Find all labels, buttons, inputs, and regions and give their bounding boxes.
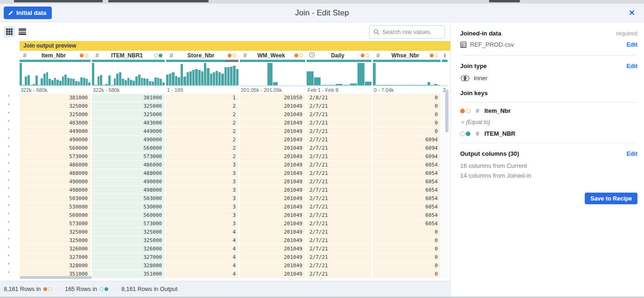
histogram-bar[interactable] (189, 71, 192, 85)
table-cell[interactable]: 503000 (20, 194, 91, 203)
table-cell[interactable]: 325000 (20, 111, 91, 119)
table-cell[interactable]: 325000 (20, 236, 91, 245)
table-cell[interactable]: 3 (166, 169, 238, 178)
table-cell[interactable]: 503000 (92, 194, 165, 203)
histogram-bar[interactable] (35, 76, 38, 85)
histogram-bar[interactable] (230, 67, 232, 85)
histogram-bar[interactable] (56, 80, 59, 85)
histogram-bar[interactable] (393, 85, 396, 85)
histogram-bar[interactable] (98, 76, 100, 85)
table-cell[interactable]: 6054 (373, 186, 441, 194)
table-cell[interactable]: 0 (373, 94, 441, 102)
histogram-bar[interactable] (414, 85, 417, 85)
table-cell[interactable]: 2/7/21 (307, 186, 371, 194)
histogram-bar[interactable] (224, 67, 227, 85)
histogram-bar[interactable] (438, 85, 441, 85)
table-cell[interactable]: 201049 (240, 178, 305, 186)
table-cell[interactable]: 486000 (92, 161, 165, 169)
histogram-bar[interactable] (49, 79, 51, 85)
table-cell[interactable]: 490000 (92, 178, 165, 186)
table-cell[interactable]: 201049 (240, 194, 305, 203)
table-cell[interactable] (442, 203, 448, 211)
table-cell[interactable]: 326000 (92, 245, 165, 253)
table-cell[interactable]: 560000 (92, 144, 165, 152)
table-cell[interactable]: 2 (166, 102, 238, 111)
table-cell[interactable]: 2/7/21 (307, 220, 371, 228)
table-cell[interactable]: 2/7/21 (307, 236, 371, 245)
table-cell[interactable]: 6094 (373, 144, 441, 152)
histogram-bar[interactable] (100, 75, 102, 85)
table-cell[interactable]: 3 (166, 194, 238, 203)
table-cell[interactable]: 2/7/21 (307, 111, 371, 119)
edit-joined-in-link[interactable]: Edit (626, 42, 637, 48)
histogram-bar[interactable] (154, 77, 157, 85)
histogram-bar[interactable] (43, 74, 46, 85)
table-cell[interactable]: 325000 (92, 236, 165, 245)
table-cell[interactable]: 573000 (20, 152, 91, 161)
table-cell[interactable]: 201049 (240, 262, 305, 270)
table-cell[interactable]: 6094 (373, 152, 441, 161)
table-cell[interactable]: 381000 (20, 94, 91, 102)
table-cell[interactable]: 573000 (20, 220, 91, 228)
histogram-bar[interactable] (95, 85, 97, 85)
table-cell[interactable] (442, 236, 448, 245)
column-header[interactable]: #WM_Week (240, 51, 305, 60)
table-cell[interactable]: 490000 (20, 136, 91, 144)
histogram-bar[interactable] (365, 82, 372, 85)
histogram-bar[interactable] (218, 72, 221, 85)
table-cell[interactable]: 2/7/21 (307, 211, 371, 220)
table-cell[interactable] (442, 186, 448, 194)
histogram-bar[interactable] (201, 71, 203, 85)
histogram-bar[interactable] (146, 79, 148, 85)
histogram-bar[interactable] (169, 74, 171, 85)
table-cell[interactable]: 2 (166, 119, 238, 127)
table-cell[interactable]: 403000 (92, 119, 165, 127)
histogram-bar[interactable] (72, 79, 75, 85)
histogram-bar[interactable] (125, 80, 127, 85)
table-cell[interactable]: 201049 (240, 119, 305, 127)
table-cell[interactable]: 1 (166, 94, 238, 102)
histogram-bar[interactable] (141, 78, 143, 85)
histogram-bar[interactable] (160, 79, 162, 85)
table-cell[interactable]: 2/7/21 (307, 228, 371, 236)
histogram-bar[interactable] (390, 85, 392, 85)
column-header[interactable]: #Item_Nbr (20, 51, 91, 60)
table-cell[interactable]: 2/7/21 (307, 253, 371, 262)
histogram-bar[interactable] (114, 78, 116, 85)
histogram-bar[interactable] (221, 74, 224, 85)
table-cell[interactable] (442, 169, 448, 178)
table-cell[interactable] (442, 194, 448, 203)
table-cell[interactable]: 2 (166, 127, 238, 136)
table-cell[interactable]: 530000 (20, 203, 91, 211)
histogram-bar[interactable] (130, 80, 132, 85)
histogram-bar[interactable] (343, 85, 350, 85)
table-cell[interactable]: 2/7/21 (307, 144, 371, 152)
table-cell[interactable]: 201049 (240, 152, 305, 161)
table-cell[interactable]: 201049 (240, 111, 305, 119)
table-cell[interactable]: 2 (166, 136, 238, 144)
histogram-bar[interactable] (236, 69, 238, 85)
table-cell[interactable]: 560000 (92, 211, 165, 220)
histogram-bar[interactable] (143, 78, 146, 85)
table-cell[interactable]: 2 (166, 144, 238, 152)
table-cell[interactable]: 488000 (20, 169, 91, 178)
histogram-bar[interactable] (46, 72, 49, 85)
table-cell[interactable]: 325000 (92, 111, 165, 119)
table-cell[interactable]: 4 (166, 236, 238, 245)
histogram-bar[interactable] (108, 76, 111, 85)
histogram-bar[interactable] (22, 85, 25, 85)
histogram-bar[interactable] (216, 71, 218, 85)
table-cell[interactable]: 573000 (92, 152, 165, 161)
table-cell[interactable]: 4 (166, 262, 238, 270)
histogram-bar[interactable] (233, 66, 235, 85)
table-cell[interactable]: 2/8/21 (307, 94, 371, 102)
histogram-bar[interactable] (59, 81, 62, 85)
table-cell[interactable]: 490000 (20, 178, 91, 186)
histogram-bar[interactable] (380, 85, 383, 85)
table-cell[interactable] (442, 228, 448, 236)
table-cell[interactable]: 0 (373, 111, 441, 119)
table-cell[interactable]: 351000 (92, 270, 165, 278)
histogram-bar[interactable] (38, 85, 41, 85)
table-cell[interactable]: 6054 (373, 220, 441, 228)
histogram-bar[interactable] (383, 85, 386, 85)
